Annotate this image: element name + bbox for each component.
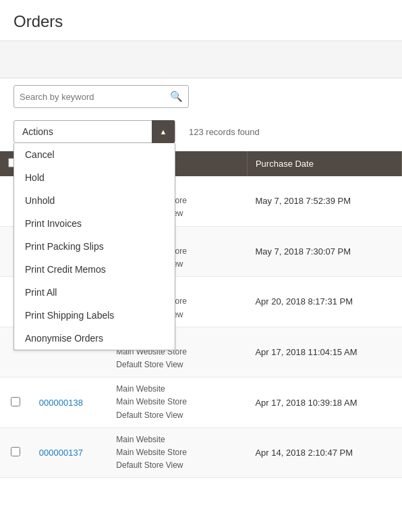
- row-purchase-date: Apr 17, 2018 11:04:15 AM: [247, 327, 401, 377]
- table-row: 000000137 Main Website Main Website Stor…: [0, 427, 402, 478]
- search-icon[interactable]: 🔍: [170, 90, 183, 103]
- row-order-id: 000000138: [31, 377, 109, 428]
- table-row: 000000138 Main Website Main Website Stor…: [0, 377, 402, 428]
- actions-dropdown: Actions ▲ Cancel Hold Unhold Print Invoi…: [13, 120, 175, 143]
- row-checkbox[interactable]: [11, 397, 20, 406]
- store-info: Main Website Main Website Store Default …: [116, 433, 239, 473]
- action-item-print-packing-slips[interactable]: Print Packing Slips: [14, 235, 175, 258]
- page-header: Orders: [0, 0, 402, 41]
- th-purchase-date: Purchase Date: [247, 151, 401, 176]
- actions-button[interactable]: Actions ▲: [13, 120, 175, 143]
- action-item-print-all[interactable]: Print All: [14, 281, 175, 304]
- action-item-print-shipping-labels[interactable]: Print Shipping Labels: [14, 304, 175, 327]
- action-item-anonymise-orders[interactable]: Anonymise Orders: [14, 327, 175, 350]
- search-input-wrapper: 🔍: [13, 85, 189, 108]
- row-purchase-date: May 7, 2018 7:30:07 PM: [247, 226, 401, 277]
- page-title: Orders: [13, 12, 389, 31]
- action-item-unhold[interactable]: Unhold: [14, 189, 175, 212]
- row-store: Main Website Main Website Store Default …: [108, 427, 247, 478]
- records-found: 123 records found: [189, 127, 260, 137]
- toolbar-top: [0, 41, 402, 78]
- row-store: Main Website Main Website Store Default …: [108, 377, 247, 428]
- actions-dropdown-menu: Cancel Hold Unhold Print Invoices Print …: [13, 143, 175, 350]
- action-item-print-invoices[interactable]: Print Invoices: [14, 212, 175, 235]
- search-bar: 🔍: [13, 85, 389, 108]
- row-checkbox-cell: [0, 427, 31, 478]
- row-order-id: 000000137: [31, 427, 109, 478]
- filter-row: Actions ▲ Cancel Hold Unhold Print Invoi…: [0, 115, 402, 149]
- actions-arrow-icon: ▲: [152, 120, 175, 143]
- action-item-hold[interactable]: Hold: [14, 166, 175, 189]
- action-item-print-credit-memos[interactable]: Print Credit Memos: [14, 258, 175, 281]
- store-info: Main Website Main Website Store Default …: [116, 383, 239, 422]
- row-purchase-date: Apr 20, 2018 8:17:31 PM: [247, 277, 401, 327]
- action-item-cancel[interactable]: Cancel: [14, 143, 175, 166]
- actions-label: Actions: [14, 126, 152, 137]
- row-purchase-date: Apr 14, 2018 2:10:47 PM: [247, 427, 401, 478]
- search-input[interactable]: [20, 92, 170, 102]
- row-checkbox[interactable]: [11, 447, 20, 456]
- row-purchase-date: Apr 17, 2018 10:39:18 AM: [247, 377, 401, 428]
- row-purchase-date: May 7, 2018 7:52:39 PM: [247, 176, 401, 226]
- row-checkbox-cell: [0, 377, 31, 428]
